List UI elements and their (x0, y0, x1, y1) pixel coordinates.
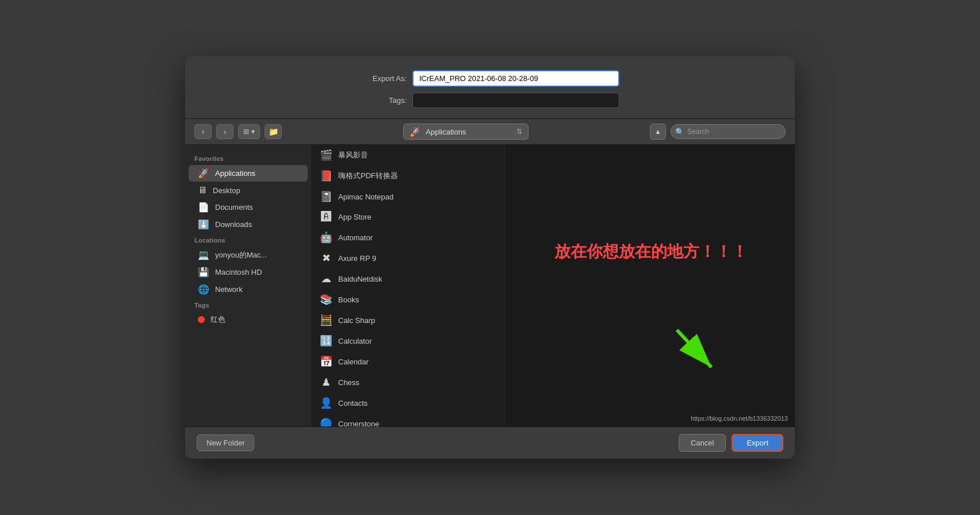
green-arrow-svg (668, 321, 726, 379)
sidebar-item-desktop[interactable]: 🖥 Desktop (189, 182, 308, 198)
list-item[interactable]: 🎬 暴风影音 (312, 145, 507, 166)
export-button[interactable]: Export (732, 434, 783, 452)
preview-pane: 放在你想放在的地方！！！ https://blog.csdn.net/b1336… (507, 145, 795, 426)
file-name: App Store (338, 213, 372, 221)
file-list-pane: 🎬 暴风影音 📕 嗨格式PDF转换器 📓 Apimac Notepad 🅰 Ap… (312, 145, 507, 426)
list-item[interactable]: ☁ BaiduNetdisk (312, 268, 507, 289)
sidebar-item-network-label: Network (215, 285, 243, 294)
new-folder-toolbar-button[interactable]: 📁 (265, 124, 282, 139)
save-dialog: Export As: Tags: ‹ › ⊞ ▾ 📁 🚀 Application… (185, 56, 795, 459)
file-icon: 📓 (320, 190, 332, 203)
downloads-icon: ⬇️ (198, 219, 209, 230)
sidebar-item-applications-label: Applications (215, 169, 255, 178)
file-icon: 🤖 (320, 231, 332, 244)
tags-section-label: Tags (185, 298, 311, 311)
file-name: Calculator (338, 337, 372, 345)
file-name: 嗨格式PDF转换器 (338, 171, 398, 181)
sidebar-item-hd-label: Macintosh HD (215, 268, 262, 276)
view-switcher[interactable]: ⊞ ▾ (238, 124, 260, 139)
collapse-button[interactable]: ▲ (650, 124, 666, 140)
file-name: BaiduNetdisk (338, 275, 382, 283)
tags-row: Tags: (361, 93, 619, 108)
red-tag-dot (198, 316, 205, 323)
list-item[interactable]: 🔵 Cornerstone (312, 413, 507, 426)
desktop-icon: 🖥 (198, 185, 207, 195)
file-icon: 🎬 (320, 149, 332, 162)
file-icon: 🧮 (320, 314, 332, 326)
file-icon: 🔵 (320, 417, 332, 426)
sidebar-item-desktop-label: Desktop (213, 186, 240, 195)
svg-line-1 (677, 330, 711, 367)
tags-input[interactable] (412, 93, 619, 108)
annotation-text: 放在你想放在的地方！！！ (554, 241, 748, 263)
file-name: Calc Sharp (338, 316, 375, 325)
hd-icon: 💾 (198, 267, 209, 278)
file-name: Chess (338, 378, 359, 387)
file-icon: 📅 (320, 355, 332, 368)
sidebar-item-documents-label: Documents (215, 203, 253, 212)
toolbar: ‹ › ⊞ ▾ 📁 🚀 Applications ⇅ ▲ 🔍 (185, 119, 795, 145)
list-item[interactable]: 📓 Apimac Notepad (312, 186, 507, 207)
favorites-section-label: Favorites (185, 152, 311, 164)
location-name: Applications (426, 128, 466, 136)
sidebar-item-downloads[interactable]: ⬇️ Downloads (189, 216, 308, 233)
back-button[interactable]: ‹ (194, 124, 212, 139)
location-dropdown[interactable]: 🚀 Applications ⇅ (403, 124, 528, 140)
export-as-row: Export As: (361, 70, 619, 87)
list-item[interactable]: 🔢 Calculator (312, 330, 507, 351)
list-item[interactable]: ♟ Chess (312, 372, 507, 393)
sidebar: Favorites 🚀 Applications 🖥 Desktop 📄 Doc… (185, 145, 312, 426)
bottom-actions: Cancel Export (679, 434, 783, 452)
sidebar-item-red-tag[interactable]: 红色 (189, 312, 308, 328)
sidebar-item-hd[interactable]: 💾 Macintosh HD (189, 264, 308, 280)
list-item[interactable]: ✖ Axure RP 9 (312, 248, 507, 268)
list-item[interactable]: 📚 Books (312, 289, 507, 310)
new-folder-button[interactable]: New Folder (197, 435, 254, 451)
file-name: Automator (338, 233, 373, 242)
network-icon: 🌐 (198, 284, 209, 295)
list-item[interactable]: 📕 嗨格式PDF转换器 (312, 166, 507, 186)
cancel-button[interactable]: Cancel (679, 434, 726, 452)
list-item[interactable]: 🧮 Calc Sharp (312, 310, 507, 330)
list-item[interactable]: 👤 Contacts (312, 393, 507, 413)
search-input[interactable] (671, 124, 786, 139)
file-icon: 📕 (320, 170, 332, 182)
arrow-annotation (668, 321, 726, 381)
file-name: Cornerstone (338, 420, 380, 427)
file-name: Axure RP 9 (338, 254, 376, 263)
locations-section-label: Locations (185, 233, 311, 246)
forward-button[interactable]: › (216, 124, 233, 139)
watermark: https://blog.csdn.net/b1336332013 (691, 415, 788, 422)
file-name: Apimac Notepad (338, 193, 393, 201)
top-section: Export As: Tags: (185, 56, 795, 119)
sidebar-item-network[interactable]: 🌐 Network (189, 281, 308, 298)
tags-label: Tags: (361, 96, 407, 105)
list-item[interactable]: 🤖 Automator (312, 227, 507, 248)
file-icon: 🔢 (320, 335, 332, 347)
bottom-bar: New Folder Cancel Export (185, 426, 795, 459)
applications-icon: 🚀 (198, 168, 209, 179)
mac-icon: 💻 (198, 249, 209, 260)
list-item[interactable]: 📅 Calendar (312, 351, 507, 372)
file-icon: ♟ (320, 376, 332, 389)
file-icon: 👤 (320, 397, 332, 409)
file-icon: ✖ (320, 252, 332, 264)
view-dropdown-arrow: ▾ (251, 128, 255, 136)
file-name: Calendar (338, 358, 369, 366)
list-item[interactable]: 🅰 App Store (312, 207, 507, 227)
sidebar-item-applications[interactable]: 🚀 Applications (189, 165, 308, 182)
search-wrapper: 🔍 (671, 124, 786, 139)
file-icon: ☁ (320, 272, 332, 285)
file-icon: 🅰 (320, 211, 332, 223)
location-folder-icon: 🚀 (409, 126, 421, 137)
export-as-input[interactable] (412, 70, 619, 87)
file-name: Books (338, 295, 359, 304)
sidebar-item-red-tag-label: 红色 (210, 314, 225, 325)
file-name: 暴风影音 (338, 150, 368, 160)
dropdown-arrows-icon: ⇅ (516, 128, 522, 136)
sidebar-item-mac-label: yonyou的Mac... (215, 250, 267, 260)
sidebar-item-documents[interactable]: 📄 Documents (189, 199, 308, 216)
file-icon: 📚 (320, 293, 332, 306)
sidebar-item-mac[interactable]: 💻 yonyou的Mac... (189, 247, 308, 263)
export-as-label: Export As: (361, 74, 407, 83)
